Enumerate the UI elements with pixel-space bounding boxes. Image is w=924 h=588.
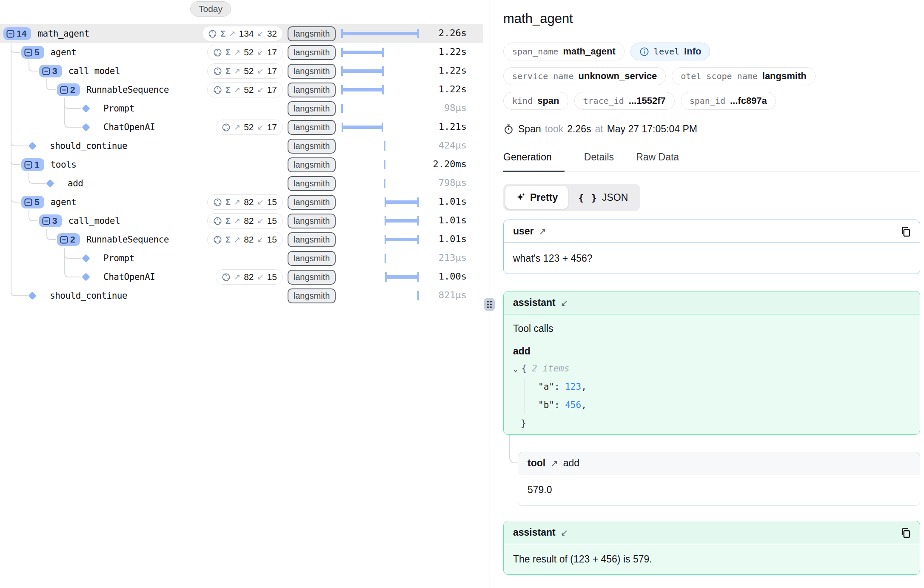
- json-view-button[interactable]: { } JSON: [568, 186, 638, 209]
- output-tokens: 15: [267, 234, 277, 245]
- token-usage-badge: Σ↗82↙15: [207, 213, 283, 228]
- duration-gantt: [341, 104, 419, 113]
- span-duration-summary: Spantook2.26satMay 27 17:05:04 PM: [503, 123, 697, 135]
- trace-row-ChatOpenAI[interactable]: ChatOpenAI↗82↙15langsmith1.00s: [0, 268, 483, 286]
- today-date-chip[interactable]: Today: [190, 1, 231, 17]
- collapse-badge[interactable]: 5: [21, 46, 44, 59]
- token-coin-icon: [213, 48, 222, 57]
- collapse-icon: [24, 49, 32, 57]
- collapse-badge[interactable]: 3: [39, 214, 62, 227]
- duration-gantt: [341, 141, 419, 151]
- info-icon: [639, 47, 649, 57]
- span-name-label: call_model: [68, 216, 120, 226]
- role-label: user: [513, 225, 534, 237]
- trace-row-agent[interactable]: 5agentΣ↗82↙15langsmith1.01s: [0, 193, 483, 211]
- token-coin-icon: [222, 273, 231, 282]
- langsmith-tag: langsmith: [288, 232, 336, 247]
- input-tokens-arrow-icon: ↗: [234, 66, 240, 76]
- child-count: 3: [52, 216, 57, 226]
- trace-row-tools[interactable]: 1toolslangsmith2.20ms: [0, 155, 483, 174]
- trace-row-Prompt[interactable]: Promptlangsmith98µs: [0, 99, 483, 118]
- trace-row-agent[interactable]: 5agentΣ↗52↙17langsmith1.22s: [0, 43, 483, 62]
- token-usage-badge: Σ↗82↙15: [207, 194, 283, 210]
- trace-row-should_continue[interactable]: should_continuelangsmith821µs: [0, 286, 483, 305]
- attribute-pill-span_id: span_id...fc897a: [681, 92, 776, 110]
- pretty-view-button[interactable]: Pretty: [505, 186, 568, 209]
- langsmith-tag: langsmith: [288, 251, 336, 266]
- copy-icon: [900, 225, 912, 237]
- arrow-down-left-icon: ↙: [561, 528, 568, 538]
- collapse-badge[interactable]: 1: [21, 158, 44, 171]
- input-tokens-arrow-icon: ↗: [234, 216, 240, 225]
- attribute-pill-otel_scope_name: otel_scope_namelangsmith: [672, 67, 816, 85]
- view-mode-toggle: Pretty { } JSON: [503, 184, 640, 211]
- span-name-label: should_continue: [50, 141, 127, 151]
- pretty-label: Pretty: [530, 192, 558, 203]
- attribute-value: math_agent: [563, 46, 615, 57]
- duration-gantt: [341, 85, 419, 94]
- duration-label: 213µs: [439, 252, 467, 263]
- summary-part: 2.26s: [567, 123, 591, 135]
- trace-row-RunnableSequence[interactable]: 2RunnableSequenceΣ↗52↙17langsmith1.22s: [0, 80, 483, 99]
- token-usage-badge: Σ↗52↙17: [207, 45, 283, 60]
- chevron-down-icon: ⌄: [513, 360, 518, 378]
- copy-button[interactable]: [900, 526, 912, 539]
- tab-details[interactable]: Details: [584, 151, 616, 171]
- trace-row-should_continue[interactable]: should_continuelangsmith424µs: [0, 137, 483, 155]
- child-count: 2: [70, 85, 75, 95]
- token-coin-icon: [208, 29, 217, 38]
- arrow-up-right-icon: ↗: [539, 226, 547, 237]
- sigma-icon: Σ: [225, 66, 231, 76]
- attribute-key: kind: [512, 96, 533, 106]
- trace-row-RunnableSequence[interactable]: 2RunnableSequenceΣ↗82↙15langsmith1.01s: [0, 230, 483, 249]
- json-comma: ,: [581, 396, 587, 414]
- token-usage-badge: ↗52↙17: [216, 120, 283, 135]
- child-count: 5: [34, 197, 40, 207]
- trace-row-math_agent[interactable]: 14math_agentΣ↗134↙32langsmith2.26s: [0, 24, 483, 43]
- tool-result-name: add: [563, 457, 579, 469]
- collapse-icon: [42, 67, 50, 75]
- duration-label: 1.01s: [439, 196, 467, 207]
- duration-gantt: [341, 272, 419, 282]
- langsmith-tag: langsmith: [288, 64, 336, 79]
- collapse-badge[interactable]: 3: [39, 65, 62, 77]
- summary-part: Span: [518, 123, 541, 135]
- trace-row-add[interactable]: addlangsmith798µs: [0, 174, 483, 193]
- duration-label: 2.26s: [439, 28, 467, 38]
- langsmith-tag: langsmith: [288, 139, 336, 154]
- copy-button[interactable]: [900, 225, 912, 237]
- span-name-label: Prompt: [103, 253, 134, 263]
- duration-label: 1.22s: [439, 65, 467, 76]
- trace-tree: 14math_agentΣ↗134↙32langsmith2.26s5agent…: [0, 24, 483, 314]
- langsmith-tag: langsmith: [288, 120, 336, 135]
- output-tokens: 17: [267, 47, 277, 57]
- input-tokens-arrow-icon: ↗: [234, 123, 240, 132]
- input-tokens: 82: [244, 216, 254, 226]
- trace-row-call_model[interactable]: 3call_modelΣ↗52↙17langsmith1.22s: [0, 62, 483, 80]
- collapse-badge[interactable]: 14: [3, 27, 31, 40]
- trace-row-ChatOpenAI[interactable]: ChatOpenAI↗52↙17langsmith1.21s: [0, 118, 483, 137]
- json-collapse-row[interactable]: ⌄ { 2 items: [513, 360, 910, 378]
- langsmith-tag: langsmith: [288, 270, 336, 285]
- tool-result-card: tool ↗ add 579.0: [518, 452, 920, 506]
- trace-row-call_model[interactable]: 3call_modelΣ↗82↙15langsmith1.01s: [0, 211, 483, 230]
- collapse-badge[interactable]: 5: [21, 196, 44, 208]
- output-tokens: 17: [267, 122, 277, 132]
- panel-resize-handle[interactable]: [484, 298, 495, 311]
- input-tokens-arrow-icon: ↗: [229, 29, 235, 38]
- attribute-pill-row: service_nameunknown_serviceotel_scope_na…: [503, 67, 816, 85]
- input-tokens: 52: [244, 47, 254, 57]
- summary-part: May 27 17:05:04 PM: [607, 123, 697, 135]
- attribute-value: langsmith: [762, 71, 807, 82]
- trace-row-Prompt[interactable]: Promptlangsmith213µs: [0, 249, 483, 268]
- tab-generation[interactable]: Generation: [503, 151, 565, 172]
- collapse-badge[interactable]: 2: [57, 233, 80, 246]
- attribute-value: ...fc897a: [730, 95, 767, 106]
- leaf-diamond-icon: [82, 273, 90, 281]
- tab-raw-data[interactable]: Raw Data: [636, 151, 682, 171]
- json-open-brace: {: [521, 360, 527, 378]
- input-tokens: 82: [244, 234, 254, 245]
- collapse-badge[interactable]: 2: [57, 83, 80, 96]
- langsmith-tag: langsmith: [288, 26, 336, 41]
- level-pill: levelInfo: [630, 43, 710, 60]
